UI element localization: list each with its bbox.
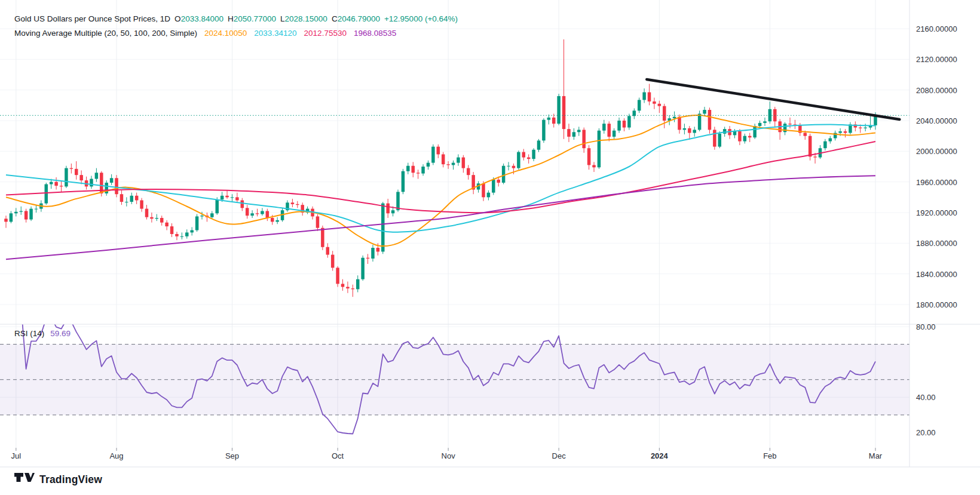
time-axis-label: Feb xyxy=(763,451,776,460)
price-change: +12.95000 (+0.64%) xyxy=(384,14,458,23)
price-axis-label: 1880.00000 xyxy=(916,239,957,248)
ohlc-value: 2046.79000 xyxy=(338,14,380,23)
rsi-axis-label: 40.00 xyxy=(916,393,936,402)
price-axis-label: 2040.00000 xyxy=(916,116,957,125)
tradingview-logo-text: TradingView xyxy=(39,474,102,486)
ohlc-values: O2033.84000H2050.77000L2028.15000C2046.7… xyxy=(170,14,380,23)
time-axis[interactable]: JulAugSepOctNovDec2024FebMar xyxy=(0,448,909,467)
price-axis[interactable]: 2160.000002120.000002080.000002040.00000… xyxy=(909,0,980,467)
candlestick-series[interactable] xyxy=(4,39,877,297)
ohlc-letter: C xyxy=(332,14,338,23)
ohlc-letter: O xyxy=(174,14,181,23)
ohlc-value: 2050.77000 xyxy=(234,14,276,23)
rsi-axis-label: 20.00 xyxy=(916,428,936,437)
price-axis-label: 2120.00000 xyxy=(916,55,957,64)
indicator-legend-row: Moving Average Multiple (20, 50, 100, 20… xyxy=(14,26,458,41)
ma-value: 2012.75530 xyxy=(304,29,347,38)
time-axis-label: Jul xyxy=(11,451,22,460)
symbol-title: Gold US Dollars per Ounce Spot Prices, 1… xyxy=(14,14,170,23)
rsi-band xyxy=(0,345,909,415)
time-axis-label: Mar xyxy=(869,451,882,460)
time-axis-label: Sep xyxy=(225,451,239,460)
price-axis-label: 1960.00000 xyxy=(916,177,957,186)
price-axis-label: 1920.00000 xyxy=(916,208,957,217)
tradingview-logo-icon xyxy=(14,473,35,486)
price-axis-label: 2160.00000 xyxy=(916,24,957,33)
ohlc-letter: L xyxy=(280,14,285,23)
ma-values: 2024.100502033.341202012.755301968.08535 xyxy=(197,29,396,38)
symbol-legend-row: Gold US Dollars per Ounce Spot Prices, 1… xyxy=(14,12,458,26)
bottom-toolbar: TradingView xyxy=(0,468,980,495)
ohlc-value: 2028.15000 xyxy=(285,14,327,23)
ma-indicator-title: Moving Average Multiple (20, 50, 100, 20… xyxy=(14,29,197,38)
tradingview-logo[interactable]: TradingView xyxy=(14,473,102,486)
ohlc-value: 2033.84000 xyxy=(181,14,223,23)
time-axis-label: Aug xyxy=(109,451,123,460)
time-axis-label: Oct xyxy=(332,451,344,460)
tradingview-chart-window: Gold US Dollars per Ounce Spot Prices, 1… xyxy=(0,0,980,495)
time-axis-label: 2024 xyxy=(651,451,668,460)
chart-canvas[interactable] xyxy=(0,0,980,468)
rsi-axis-label: 80.00 xyxy=(916,322,936,331)
trend-line-drawing[interactable] xyxy=(647,79,899,119)
price-axis-label: 2000.00000 xyxy=(916,147,957,156)
price-axis-label: 1840.00000 xyxy=(916,269,957,278)
price-axis-label: 1800.00000 xyxy=(916,300,957,309)
ma-value: 2024.10050 xyxy=(204,29,247,38)
ma-value: 1968.08535 xyxy=(354,29,396,38)
rsi-indicator-title: RSI (14) xyxy=(14,329,44,338)
time-axis-label: Nov xyxy=(442,451,455,460)
rsi-current-value: 59.69 xyxy=(50,329,71,338)
time-axis-label: Dec xyxy=(552,451,566,460)
ma-value: 2033.34120 xyxy=(254,29,296,38)
price-axis-label: 2080.00000 xyxy=(916,85,957,94)
rsi-legend[interactable]: RSI (14)59.69 xyxy=(14,329,71,338)
ohlc-letter: H xyxy=(228,14,234,23)
symbol-legend[interactable]: Gold US Dollars per Ounce Spot Prices, 1… xyxy=(14,12,458,41)
